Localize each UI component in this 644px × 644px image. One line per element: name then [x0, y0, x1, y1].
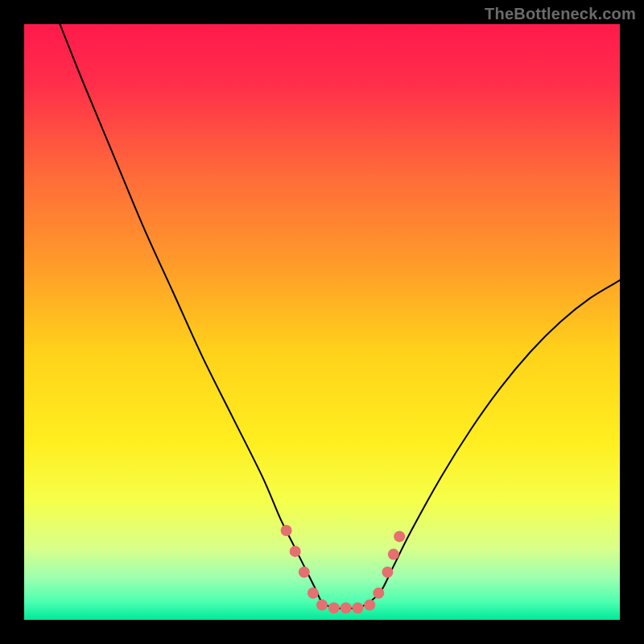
bottleneck-marker [328, 602, 340, 613]
bottleneck-marker [281, 525, 292, 536]
bottleneck-marker [299, 567, 310, 578]
bottleneck-curve [60, 24, 620, 609]
marker-layer [281, 525, 406, 613]
bottleneck-marker [394, 530, 405, 542]
bottleneck-marker [364, 600, 375, 611]
chart-svg [24, 24, 620, 620]
bottleneck-marker [382, 567, 393, 578]
plot-area [24, 24, 620, 620]
bottleneck-marker [316, 600, 328, 611]
bottleneck-marker [373, 588, 384, 599]
bottleneck-marker [388, 549, 399, 560]
bottleneck-marker [352, 602, 363, 613]
bottleneck-marker [341, 602, 352, 613]
watermark-label: TheBottleneck.com [485, 5, 636, 23]
chart-frame: TheBottleneck.com [0, 0, 644, 644]
bottleneck-marker [308, 588, 319, 599]
bottleneck-marker [290, 546, 301, 557]
curve-layer [60, 24, 620, 609]
